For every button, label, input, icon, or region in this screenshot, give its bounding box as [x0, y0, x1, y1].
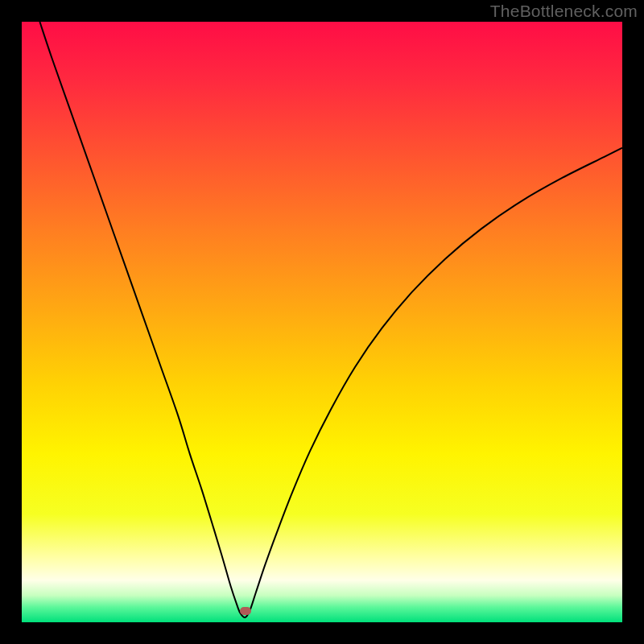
plot-area [22, 22, 622, 622]
bottleneck-curve [22, 22, 622, 622]
chart-frame: TheBottleneck.com [0, 0, 644, 644]
watermark-text: TheBottleneck.com [490, 2, 638, 21]
optimum-marker [240, 607, 251, 615]
